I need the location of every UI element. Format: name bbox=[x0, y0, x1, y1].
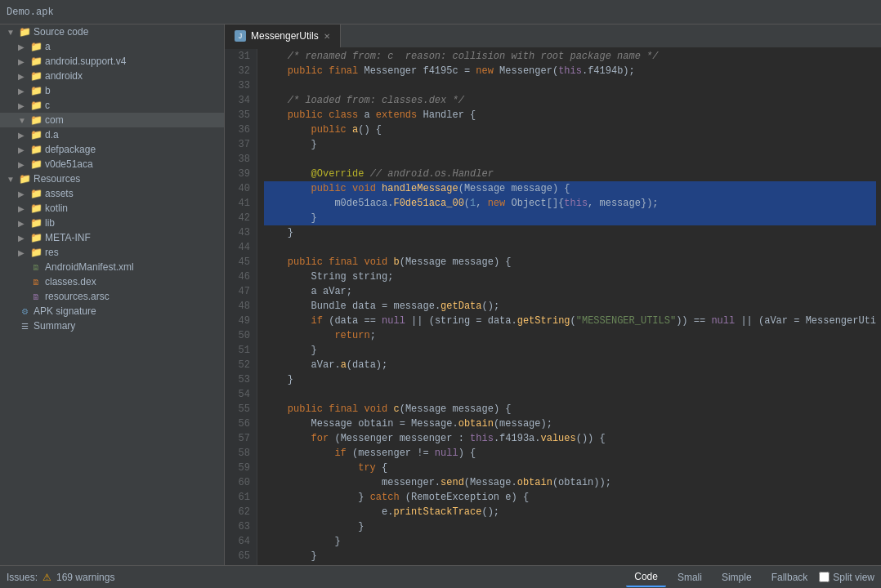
sidebar: ▼ 📁 Source code ▶ 📁 a ▶ 📁 android.suppor… bbox=[0, 24, 225, 565]
sidebar-item-android-support[interactable]: ▶ 📁 android.support.v4 bbox=[0, 54, 224, 69]
sidebar-item-resources[interactable]: ▼ 📁 Resources bbox=[0, 172, 224, 186]
line-num-41: 41 bbox=[225, 196, 257, 211]
folder-icon-kotlin: 📁 bbox=[29, 203, 42, 214]
expand-arrow-c: ▶ bbox=[18, 101, 29, 110]
split-view-label: Split view bbox=[833, 572, 874, 583]
sidebar-item-source-code[interactable]: ▼ 📁 Source code bbox=[0, 24, 224, 39]
code-line-48: Bundle data = message.getData(); bbox=[264, 299, 876, 314]
sidebar-item-apk-signature[interactable]: ▶ ⚙ APK signature bbox=[0, 304, 224, 318]
java-file-icon: J bbox=[235, 30, 246, 42]
line-num-56: 56 bbox=[225, 416, 257, 431]
expand-arrow-androidx: ▶ bbox=[18, 72, 29, 81]
expand-arrow-source-code: ▼ bbox=[7, 28, 18, 37]
sidebar-item-androidx[interactable]: ▶ 📁 androidx bbox=[0, 69, 224, 83]
folder-kotlin-label: kotlin bbox=[45, 203, 68, 214]
sidebar-item-resources-arsc[interactable]: ▶ 🗎 resources.arsc bbox=[0, 289, 224, 304]
code-line-60: messenger.send(Message.obtain(obtain)); bbox=[264, 475, 876, 490]
line-num-50: 50 bbox=[225, 328, 257, 343]
sidebar-item-androidmanifest[interactable]: ▶ 🗎 AndroidManifest.xml bbox=[0, 260, 224, 274]
sidebar-item-v0de51aca[interactable]: ▶ 📁 v0de51aca bbox=[0, 157, 224, 172]
expand-arrow-lib: ▶ bbox=[18, 219, 29, 228]
sidebar-item-kotlin[interactable]: ▶ 📁 kotlin bbox=[0, 201, 224, 216]
folder-icon-com: 📁 bbox=[29, 114, 42, 126]
tab-simple[interactable]: Simple bbox=[713, 568, 760, 586]
folder-androidx-label: androidx bbox=[45, 70, 83, 82]
tab-code[interactable]: Code bbox=[626, 568, 666, 587]
line-num-46: 46 bbox=[225, 270, 257, 284]
sidebar-item-da[interactable]: ▶ 📁 d.a bbox=[0, 127, 224, 142]
line-num-53: 53 bbox=[225, 372, 257, 387]
sidebar-item-defpackage[interactable]: ▶ 📁 defpackage bbox=[0, 142, 224, 157]
line-num-38: 38 bbox=[225, 152, 257, 167]
sidebar-item-c[interactable]: ▶ 📁 c bbox=[0, 98, 224, 113]
sidebar-item-classes-dex[interactable]: ▶ 🗎 classes.dex bbox=[0, 274, 224, 289]
folder-icon-resources: 📁 bbox=[18, 173, 31, 185]
bottom-left: Issues: ⚠ 169 warnings bbox=[7, 572, 114, 583]
expand-arrow-a: ▶ bbox=[18, 42, 29, 51]
expand-arrow-android-support: ▶ bbox=[18, 57, 29, 66]
sidebar-item-b[interactable]: ▶ 📁 b bbox=[0, 83, 224, 98]
file-resources-arsc-label: resources.arsc bbox=[45, 291, 110, 302]
line-num-62: 62 bbox=[225, 505, 257, 519]
folder-c-label: c bbox=[45, 100, 50, 111]
file-icon-androidmanifest: 🗎 bbox=[29, 263, 42, 272]
line-num-47: 47 bbox=[225, 284, 257, 299]
code-line-59: try { bbox=[264, 461, 876, 475]
sidebar-item-com[interactable]: ▼ 📁 com bbox=[0, 113, 224, 127]
tab-smali[interactable]: Smali bbox=[669, 568, 710, 586]
code-line-54 bbox=[264, 387, 876, 402]
code-line-53: } bbox=[264, 372, 876, 387]
split-view-checkbox[interactable] bbox=[819, 572, 830, 582]
line-num-36: 36 bbox=[225, 122, 257, 137]
line-num-58: 58 bbox=[225, 446, 257, 461]
sidebar-item-lib[interactable]: ▶ 📁 lib bbox=[0, 216, 224, 230]
sidebar-item-assets[interactable]: ▶ 📁 assets bbox=[0, 186, 224, 201]
folder-icon-c: 📁 bbox=[29, 100, 42, 111]
tab-close-button[interactable]: ✕ bbox=[324, 32, 330, 41]
code-line-32: public final Messenger f4195c = new Mess… bbox=[264, 64, 876, 78]
split-view-checkbox-area[interactable]: Split view bbox=[819, 572, 874, 583]
bottom-tabs-area: Code Smali Simple Fallback Split view bbox=[626, 568, 874, 587]
file-icon-classes-dex: 🗎 bbox=[29, 278, 42, 287]
code-line-61: } catch (RemoteException e) { bbox=[264, 490, 876, 505]
expand-arrow-assets: ▶ bbox=[18, 189, 29, 198]
sidebar-item-summary[interactable]: ▶ ☰ Summary bbox=[0, 318, 224, 333]
tab-bar: J MessengerUtils ✕ bbox=[225, 24, 881, 49]
line-num-59: 59 bbox=[225, 461, 257, 475]
folder-icon-defpackage: 📁 bbox=[29, 144, 42, 155]
folder-com-label: com bbox=[45, 114, 64, 126]
tab-messengerutils[interactable]: J MessengerUtils ✕ bbox=[225, 24, 341, 47]
sidebar-item-res[interactable]: ▶ 📁 res bbox=[0, 245, 224, 260]
sidebar-item-meta-inf[interactable]: ▶ 📁 META-INF bbox=[0, 230, 224, 245]
code-line-35: public class a extends Handler { bbox=[264, 108, 876, 122]
bottom-bar: Issues: ⚠ 169 warnings Code Smali Simple… bbox=[0, 565, 881, 588]
line-num-52: 52 bbox=[225, 358, 257, 372]
code-line-36: public a() { bbox=[264, 122, 876, 137]
code-line-46: String string; bbox=[264, 270, 876, 284]
source-code-folder-icon: 📁 bbox=[18, 26, 31, 38]
line-num-37: 37 bbox=[225, 137, 257, 152]
expand-arrow-defpackage: ▶ bbox=[18, 145, 29, 154]
code-line-50: return; bbox=[264, 328, 876, 343]
folder-icon-a: 📁 bbox=[29, 41, 42, 52]
code-line-52: aVar.a(data); bbox=[264, 358, 876, 372]
app-title: Demo.apk bbox=[7, 7, 54, 18]
line-num-35: 35 bbox=[225, 108, 257, 122]
code-line-43: } bbox=[264, 225, 876, 240]
line-num-61: 61 bbox=[225, 490, 257, 505]
code-line-47: a aVar; bbox=[264, 284, 876, 299]
code-line-62: e.printStackTrace(); bbox=[264, 505, 876, 519]
tab-fallback[interactable]: Fallback bbox=[763, 568, 816, 586]
code-line-41: m0de51aca.F0de51aca_00(1, new Object[]{t… bbox=[264, 196, 876, 211]
sidebar-item-a[interactable]: ▶ 📁 a bbox=[0, 39, 224, 54]
folder-icon-lib: 📁 bbox=[29, 217, 42, 229]
code-view[interactable]: 31 32 33 34 35 36 37 38 39 40 41 42 43 4… bbox=[225, 49, 881, 565]
warning-icon: ⚠ bbox=[42, 572, 51, 583]
folder-defpackage-label: defpackage bbox=[45, 144, 96, 155]
expand-arrow-da: ▶ bbox=[18, 131, 29, 140]
code-content: /* renamed from: c reason: collision wit… bbox=[257, 49, 881, 565]
folder-icon-assets: 📁 bbox=[29, 188, 42, 199]
folder-meta-inf-label: META-INF bbox=[45, 232, 91, 243]
summary-label: Summary bbox=[34, 320, 75, 332]
folder-da-label: d.a bbox=[45, 129, 59, 140]
